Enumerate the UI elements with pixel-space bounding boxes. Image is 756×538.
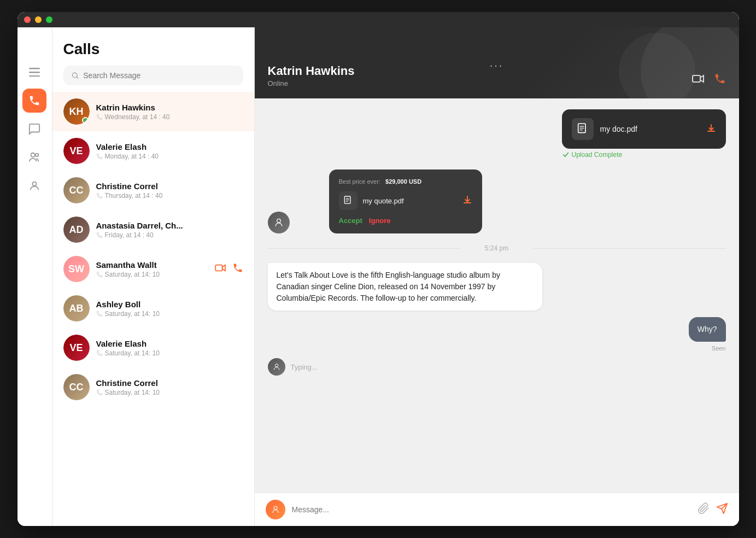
contact-info-valerie2: Valerie Elash Saturday, at 14: 10 bbox=[96, 339, 243, 357]
chat-header: Katrin Hawkins Online ... bbox=[255, 27, 739, 98]
contact-time-katrin: Wednesday, at 14 : 40 bbox=[96, 113, 243, 121]
avatar-valerie2: VE bbox=[63, 335, 90, 361]
video-icon-samantha[interactable] bbox=[215, 264, 227, 275]
doc-file-icon bbox=[572, 118, 594, 140]
svg-rect-1 bbox=[29, 72, 40, 73]
contact-info-anastasia: Anastasia Darrel, Ch... Friday, at 14 : … bbox=[96, 221, 243, 239]
svg-point-12 bbox=[275, 364, 278, 367]
doc-download-icon[interactable] bbox=[706, 123, 716, 136]
contact-item-samantha[interactable]: SW Samantha Wallt Saturday, at 14: 10 bbox=[52, 249, 254, 289]
avatar-samantha: SW bbox=[63, 256, 90, 282]
quote-accept-button[interactable]: Accept bbox=[339, 217, 362, 225]
quote-message-wrapper: Best price ever: $29,000 USD my quote.pd… bbox=[268, 169, 726, 233]
doc-filename: my doc.pdf bbox=[600, 125, 700, 133]
quote-ignore-button[interactable]: Ignore bbox=[369, 217, 391, 225]
more-options-button[interactable]: ... bbox=[490, 57, 504, 69]
call-time-icon bbox=[96, 350, 103, 356]
sidebar-item-groups[interactable] bbox=[22, 145, 46, 169]
contact-time-christine: Thursday, at 14 : 40 bbox=[96, 192, 243, 200]
contact-time-samantha: Saturday, at 14: 10 bbox=[96, 271, 208, 278]
sidebar-title: Calls bbox=[63, 40, 243, 58]
more-dots-container: ... bbox=[490, 57, 504, 69]
contact-item-valerie2[interactable]: VE Valerie Elash Saturday, at 14: 10 bbox=[52, 328, 254, 367]
avatar-christine2: CC bbox=[63, 374, 90, 400]
contact-name-anastasia: Anastasia Darrel, Ch... bbox=[96, 221, 243, 230]
quote-filename: my quote.pdf bbox=[363, 197, 457, 205]
search-input[interactable] bbox=[83, 71, 235, 80]
contact-name-valerie: Valerie Elash bbox=[96, 142, 243, 151]
contact-name-christine2: Christine Correl bbox=[96, 378, 243, 388]
search-box[interactable] bbox=[63, 66, 243, 85]
chat-area: Katrin Hawkins Online ... bbox=[255, 27, 739, 526]
contact-list: KH Katrin Hawkins Wednesday, at 14 : 40 … bbox=[52, 92, 254, 526]
avatar-placeholder-samantha: SW bbox=[63, 256, 90, 282]
video-call-button[interactable] bbox=[692, 74, 705, 86]
upload-status: Upload Complete bbox=[562, 151, 726, 159]
quote-download-icon[interactable] bbox=[462, 195, 472, 207]
call-time-icon bbox=[96, 114, 103, 120]
contact-item-anastasia[interactable]: AD Anastasia Darrel, Ch... Friday, at 14… bbox=[52, 210, 254, 249]
doc-card: my doc.pdf bbox=[562, 109, 726, 149]
phone-icon-samantha[interactable] bbox=[232, 262, 243, 276]
call-time-icon bbox=[96, 271, 103, 278]
send-button[interactable] bbox=[716, 502, 728, 517]
input-avatar bbox=[266, 500, 285, 519]
sidebar-item-messages[interactable] bbox=[22, 117, 46, 141]
contact-info-samantha: Samantha Wallt Saturday, at 14: 10 bbox=[96, 260, 208, 278]
seen-label: Seen bbox=[712, 345, 726, 352]
contact-name-samantha: Samantha Wallt bbox=[96, 260, 208, 270]
quote-card: Best price ever: $29,000 USD my quote.pd… bbox=[329, 169, 482, 233]
svg-point-13 bbox=[274, 506, 277, 510]
contact-time-anastasia: Friday, at 14 : 40 bbox=[96, 231, 243, 239]
typing-text: Typing... bbox=[291, 363, 318, 371]
call-icons-samantha bbox=[215, 262, 243, 276]
call-time-icon bbox=[96, 311, 103, 317]
avatar-katrin: KH bbox=[63, 98, 90, 125]
svg-point-3 bbox=[31, 153, 35, 157]
attachment-button[interactable] bbox=[698, 502, 710, 517]
typer-avatar bbox=[268, 358, 285, 376]
sidebar-item-profile[interactable] bbox=[22, 174, 46, 198]
contact-time-valerie2: Saturday, at 14: 10 bbox=[96, 349, 243, 357]
chat-header-actions bbox=[692, 73, 726, 87]
chat-header-info: Katrin Hawkins Online bbox=[268, 64, 355, 87]
avatar-valerie: VE bbox=[63, 138, 90, 164]
svg-rect-0 bbox=[29, 68, 40, 69]
minimize-button[interactable] bbox=[35, 16, 42, 23]
sidebar-item-calls[interactable] bbox=[22, 89, 46, 113]
sidebar-item-menu[interactable] bbox=[22, 60, 46, 84]
maximize-button[interactable] bbox=[46, 16, 52, 23]
contact-info-christine2: Christine Correl Saturday, at 14: 10 bbox=[96, 378, 243, 396]
contact-name-christine: Christine Correl bbox=[96, 182, 243, 191]
contact-item-valerie[interactable]: VE Valerie Elash Monday, at 14 : 40 bbox=[52, 131, 254, 171]
quote-label: Best price ever: $29,000 USD bbox=[339, 178, 472, 185]
contact-name-katrin: Katrin Hawkins bbox=[96, 103, 243, 112]
contact-name-valerie2: Valerie Elash bbox=[96, 339, 243, 348]
contact-item-christine2[interactable]: CC Christine Correl Saturday, at 14: 10 bbox=[52, 367, 254, 407]
quote-file-icon bbox=[339, 191, 358, 210]
message-input[interactable] bbox=[292, 505, 691, 514]
quote-actions: Accept Ignore bbox=[339, 217, 472, 225]
svg-rect-2 bbox=[29, 75, 40, 77]
typing-indicator: Typing... bbox=[268, 358, 726, 378]
avatar-placeholder-ashley: AB bbox=[63, 295, 90, 321]
sidebar-header: Calls bbox=[52, 27, 254, 92]
doc-card-message: my doc.pdf Upload Complete bbox=[562, 109, 726, 159]
voice-call-button[interactable] bbox=[714, 73, 726, 87]
contact-item-ashley[interactable]: AB Ashley Boll Saturday, at 14: 10 bbox=[52, 289, 254, 328]
message-sent: Why? bbox=[689, 317, 726, 342]
contact-info-christine: Christine Correl Thursday, at 14 : 40 bbox=[96, 182, 243, 200]
chat-messages: my doc.pdf Upload Complete bbox=[255, 98, 739, 493]
chat-user-name: Katrin Hawkins bbox=[268, 64, 355, 78]
call-time-icon bbox=[96, 232, 103, 238]
contact-time-ashley: Saturday, at 14: 10 bbox=[96, 310, 243, 318]
avatar-placeholder-christine: CC bbox=[63, 177, 90, 203]
avatar-placeholder-christine2: CC bbox=[63, 374, 90, 400]
contact-info-ashley: Ashley Boll Saturday, at 14: 10 bbox=[96, 300, 243, 318]
close-button[interactable] bbox=[24, 16, 31, 23]
avatar-ashley: AB bbox=[63, 295, 90, 321]
chat-input-area bbox=[255, 493, 739, 526]
contact-item-katrin[interactable]: KH Katrin Hawkins Wednesday, at 14 : 40 bbox=[52, 92, 254, 131]
contact-time-christine2: Saturday, at 14: 10 bbox=[96, 389, 243, 396]
contact-item-christine[interactable]: CC Christine Correl Thursday, at 14 : 40 bbox=[52, 171, 254, 210]
